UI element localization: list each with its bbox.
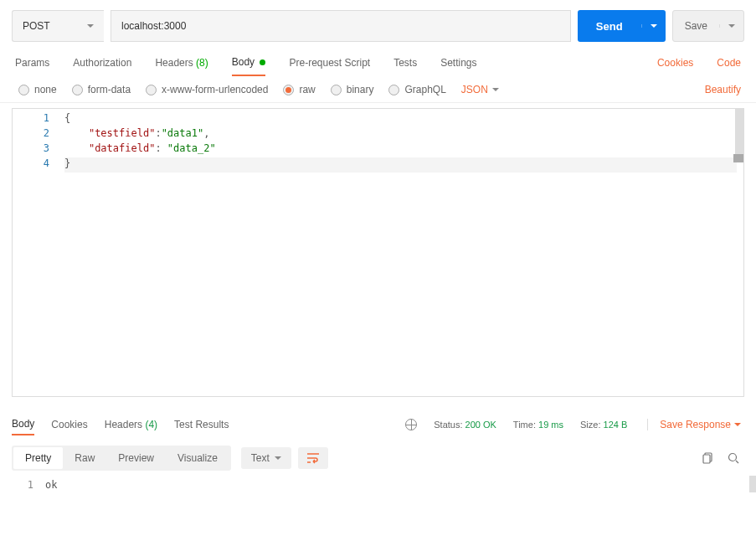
send-button[interactable]: Send xyxy=(578,10,666,42)
time-label: Time: xyxy=(513,420,536,430)
save-button[interactable]: Save xyxy=(672,10,744,42)
response-tab-cookies[interactable]: Cookies xyxy=(51,415,87,435)
radio-icon xyxy=(331,85,342,95)
body-type-formdata-label: form-data xyxy=(88,84,131,95)
size-indicator: Size: 124 B xyxy=(580,420,627,430)
chevron-down-icon xyxy=(275,456,281,460)
tab-body[interactable]: Body xyxy=(232,49,266,76)
body-type-formdata[interactable]: form-data xyxy=(72,84,131,95)
view-pretty[interactable]: Pretty xyxy=(13,447,63,469)
wrap-lines-button[interactable] xyxy=(298,447,328,469)
save-button-caret[interactable] xyxy=(719,24,743,28)
code-text: { xyxy=(64,112,70,124)
tab-headers-count: (8) xyxy=(196,57,208,69)
save-response-button[interactable]: Save Response xyxy=(647,419,741,430)
send-button-label: Send xyxy=(578,20,641,33)
chevron-down-icon xyxy=(492,88,499,91)
size-label: Size: xyxy=(580,420,600,430)
send-button-caret[interactable] xyxy=(641,24,666,28)
modified-dot-icon xyxy=(260,59,265,65)
body-type-urlencoded-label: x-www-form-urlencoded xyxy=(162,84,268,95)
body-type-graphql[interactable]: GraphQL xyxy=(388,84,445,95)
response-format-value: Text xyxy=(251,452,270,464)
response-tab-tests[interactable]: Test Results xyxy=(174,415,229,435)
code-text: : xyxy=(155,127,161,139)
code-text: , xyxy=(203,127,209,139)
response-tab-headers-count: (4) xyxy=(145,419,157,430)
response-header: Body Cookies Headers (4) Test Results St… xyxy=(0,405,756,441)
body-type-binary-label: binary xyxy=(347,84,374,95)
editor-gutter: 1234 xyxy=(13,109,58,396)
body-format-select[interactable]: JSON xyxy=(461,84,499,95)
body-type-raw-label: raw xyxy=(299,84,315,95)
request-tabs: Params Authorization Headers (8) Body Pr… xyxy=(0,49,756,77)
radio-icon xyxy=(72,85,83,95)
scrollbar[interactable] xyxy=(749,476,756,492)
code-link[interactable]: Code xyxy=(717,57,741,69)
url-value: localhost:3000 xyxy=(121,20,186,32)
request-body-editor[interactable]: 1234 { "testfield":"data1", "datafield":… xyxy=(12,108,744,397)
body-type-row: none form-data x-www-form-urlencoded raw… xyxy=(0,77,756,103)
status-value: 200 OK xyxy=(465,420,496,430)
radio-selected-icon xyxy=(283,85,294,95)
tab-params[interactable]: Params xyxy=(15,50,49,75)
svg-rect-1 xyxy=(703,455,710,463)
response-tab-body[interactable]: Body xyxy=(12,414,34,435)
view-raw[interactable]: Raw xyxy=(63,447,106,469)
scrollbar-thumb[interactable] xyxy=(733,154,743,162)
radio-icon xyxy=(388,85,399,95)
tab-prerequest[interactable]: Pre-request Script xyxy=(289,50,370,75)
copy-button[interactable] xyxy=(697,449,719,467)
time-value: 19 ms xyxy=(538,420,563,430)
status-indicator: Status: 200 OK xyxy=(434,420,496,430)
beautify-button[interactable]: Beautify xyxy=(705,84,741,95)
save-response-label: Save Response xyxy=(660,419,731,430)
code-text: "testfield" xyxy=(89,127,155,139)
view-preview[interactable]: Preview xyxy=(106,447,166,469)
response-body-viewer[interactable]: 1ok xyxy=(0,476,756,494)
url-input[interactable]: localhost:3000 xyxy=(111,10,571,42)
method-value: POST xyxy=(23,20,50,32)
tab-settings[interactable]: Settings xyxy=(440,50,476,75)
chevron-down-icon xyxy=(651,24,657,28)
response-text: ok xyxy=(45,479,57,491)
response-format-select[interactable]: Text xyxy=(241,447,291,469)
code-text: "data1" xyxy=(162,127,204,139)
response-tab-headers[interactable]: Headers (4) xyxy=(105,415,157,435)
radio-icon xyxy=(18,85,29,95)
body-type-raw[interactable]: raw xyxy=(283,84,315,95)
view-visualize[interactable]: Visualize xyxy=(166,447,229,469)
cookies-link[interactable]: Cookies xyxy=(657,57,693,69)
size-value: 124 B xyxy=(604,420,628,430)
search-button[interactable] xyxy=(723,449,744,467)
body-format-value: JSON xyxy=(461,84,488,95)
body-type-none-label: none xyxy=(34,84,57,95)
view-mode-group: Pretty Raw Preview Visualize xyxy=(12,446,231,471)
body-type-none[interactable]: none xyxy=(18,84,57,95)
body-type-urlencoded[interactable]: x-www-form-urlencoded xyxy=(146,84,268,95)
body-type-graphql-label: GraphQL xyxy=(404,84,445,95)
chevron-down-icon xyxy=(87,24,94,28)
editor-code[interactable]: { "testfield":"data1", "datafield": "dat… xyxy=(58,109,743,396)
method-select[interactable]: POST xyxy=(12,10,104,42)
line-number: 1 xyxy=(12,479,45,491)
body-type-binary[interactable]: binary xyxy=(331,84,374,95)
tab-body-label: Body xyxy=(232,56,255,68)
wrap-icon xyxy=(306,452,320,464)
code-text: "datafield" xyxy=(89,142,155,154)
code-text: : xyxy=(155,142,167,154)
chevron-down-icon xyxy=(734,423,741,426)
code-text: "data_2" xyxy=(167,142,216,154)
svg-point-2 xyxy=(729,454,737,461)
status-label: Status: xyxy=(434,420,462,430)
tab-authorization[interactable]: Authorization xyxy=(73,50,131,75)
tab-headers[interactable]: Headers (8) xyxy=(155,50,208,75)
search-icon xyxy=(728,452,739,464)
response-tab-headers-label: Headers xyxy=(105,419,142,430)
tab-tests[interactable]: Tests xyxy=(393,50,417,75)
code-text: } xyxy=(64,157,70,169)
radio-icon xyxy=(146,85,157,95)
response-toolbar: Pretty Raw Preview Visualize Text xyxy=(0,441,756,476)
tab-headers-label: Headers xyxy=(155,57,193,69)
globe-icon[interactable] xyxy=(405,419,417,430)
